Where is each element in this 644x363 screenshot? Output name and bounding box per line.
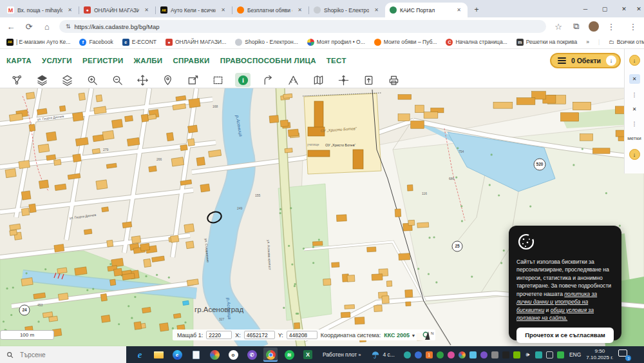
bookmarks-overflow-icon[interactable]: » xyxy=(586,39,589,45)
back-icon[interactable]: ← xyxy=(5,22,17,32)
bookmark-roof-grids[interactable]: mРешетки на покрива xyxy=(516,39,577,46)
tab-close-icon[interactable]: ✕ xyxy=(455,6,463,14)
tray-icon[interactable] xyxy=(480,351,488,358)
nav-karta[interactable]: КАРТА xyxy=(6,57,32,64)
bookmark-star-icon[interactable]: ☆ xyxy=(553,22,564,32)
strip-close-icon[interactable]: ✕ xyxy=(629,74,640,84)
cadastral-map[interactable]: р.Асеницар.Асеницагр.АсеновградОУ „Христ… xyxy=(0,88,644,346)
y-coordinate-input[interactable] xyxy=(287,331,317,339)
tray-icon[interactable]: 1 xyxy=(426,351,433,358)
coordinates-icon[interactable] xyxy=(336,73,351,87)
browser-menu-icon[interactable]: ⋮ xyxy=(605,22,617,32)
tray-icon[interactable] xyxy=(535,351,542,358)
nav-zhalbi[interactable]: ЖАЛБИ xyxy=(133,57,162,64)
cookie-accept-button[interactable]: Прочетох и се съгласявам xyxy=(516,328,614,343)
basemap-icon[interactable] xyxy=(34,73,50,87)
tray-icon[interactable] xyxy=(557,351,564,358)
export-icon[interactable] xyxy=(361,73,376,87)
window-minimize-button[interactable]: ─ xyxy=(576,0,595,17)
zoom-out-icon[interactable] xyxy=(109,73,125,87)
desktop-toolbar-label[interactable]: Работен плот » xyxy=(323,351,361,358)
strip-download-icon[interactable]: ↓ xyxy=(629,55,640,66)
tab-close-icon[interactable]: ✕ xyxy=(296,6,304,14)
tab-gmail[interactable]: M Вх. поща - mihaylov.r@gm ✕ xyxy=(3,3,79,17)
taskbar-clock[interactable]: 9:50 7.10.2025 г. xyxy=(586,348,613,361)
file-explorer-icon[interactable] xyxy=(151,348,166,362)
nav-pravosposobni-lica[interactable]: ПРАВОСПОСОБНИ ЛИЦА xyxy=(220,57,316,64)
chrome-icon[interactable] xyxy=(263,348,278,362)
strip-menu-icon[interactable]: ⋮ xyxy=(632,92,638,98)
volume-icon[interactable]: 🕪 xyxy=(524,351,531,358)
strip-menu-icon-2[interactable]: ⋮ xyxy=(632,121,638,127)
tray-icon[interactable] xyxy=(502,351,509,358)
tab-bazar[interactable]: Безплатни обяви от Baza ✕ xyxy=(232,3,308,17)
monitor-icon[interactable] xyxy=(546,351,553,358)
bookmark-online-shop[interactable]: ●ОНЛАЙН МАГАЗИ... xyxy=(166,39,226,46)
bookmark-profile[interactable]: Моят профил • О... xyxy=(307,39,365,46)
new-tab-button[interactable]: + xyxy=(470,3,483,16)
ie-icon[interactable]: e xyxy=(133,348,147,362)
download-arrow-icon[interactable]: ↓ xyxy=(606,55,616,66)
tray-icon[interactable] xyxy=(459,351,466,358)
spotify-icon[interactable]: ≋ xyxy=(282,348,296,362)
tray-icon[interactable] xyxy=(437,351,444,358)
scale-input[interactable] xyxy=(206,331,232,339)
tab-close-icon[interactable]: ✕ xyxy=(219,6,227,14)
search-input[interactable] xyxy=(19,351,102,359)
tray-icon[interactable] xyxy=(415,351,422,358)
panel-close-button[interactable]: ✕ xyxy=(634,0,644,17)
excel-icon[interactable]: X xyxy=(301,348,315,362)
nav-test[interactable]: ТЕСТ xyxy=(327,57,346,64)
tab-close-icon[interactable]: ✕ xyxy=(66,6,74,14)
edge-icon[interactable]: e xyxy=(170,348,184,362)
paint-icon[interactable] xyxy=(207,348,222,362)
previous-extent-icon[interactable] xyxy=(260,73,276,87)
tab-close-icon[interactable]: ✕ xyxy=(142,6,151,14)
taskbar-weather[interactable]: 4 с... xyxy=(371,351,394,359)
crs-dropdown[interactable]: ККС 2005 ▼ xyxy=(384,332,415,338)
print-icon[interactable] xyxy=(386,73,401,87)
select-features-icon[interactable] xyxy=(9,73,24,87)
bookmark-facebook[interactable]: fFacebook xyxy=(79,39,113,46)
notepad-icon[interactable] xyxy=(189,348,203,362)
pan-icon[interactable] xyxy=(135,73,150,87)
measure-icon[interactable] xyxy=(285,73,301,87)
objects-button[interactable]: 0 Обекти ↓ xyxy=(550,53,621,68)
tray-icon[interactable] xyxy=(448,351,455,358)
extensions-icon[interactable]: ⧉ xyxy=(571,21,582,32)
tab-online-shop[interactable]: ● ОНЛАЙН МАГАЗИН ЗА А ✕ xyxy=(79,3,155,17)
layers-icon[interactable] xyxy=(59,73,75,87)
tab-close-icon[interactable]: ✕ xyxy=(372,6,381,14)
address-bar[interactable]: ⇅ https://kais.cadastre.bg/bg/Map xyxy=(59,20,546,33)
bookmark-my-ads[interactable]: Моите обяви – Пуб... xyxy=(374,39,437,46)
window-maximize-button[interactable]: ▢ xyxy=(595,0,614,17)
strip-close-icon-2[interactable]: ✕ xyxy=(629,104,640,114)
zoom-in-icon[interactable] xyxy=(84,73,100,87)
language-indicator[interactable]: ENG xyxy=(569,351,581,358)
tray-icon[interactable] xyxy=(469,351,477,358)
nav-registri[interactable]: РЕГИСТРИ xyxy=(82,57,124,64)
notification-center[interactable]: 3 xyxy=(618,349,631,360)
tab-shopiko[interactable]: Shopiko - Електронен ма ✕ xyxy=(309,3,385,17)
all-bookmarks-button[interactable]: 🗀Всички отметки xyxy=(609,39,644,45)
strip-download-icon-2[interactable]: ↓ xyxy=(629,149,640,160)
bookmark-shopiko[interactable]: Shopiko - Електрон... xyxy=(235,39,298,46)
recorder-icon[interactable]: o xyxy=(226,348,240,362)
bookmark-auto-kelly[interactable]: AK| Е-магазин Ауто Ке... xyxy=(6,39,70,46)
tray-icon[interactable] xyxy=(491,351,498,358)
tray-icon[interactable] xyxy=(513,351,520,358)
identify-info-icon[interactable]: i xyxy=(235,73,251,87)
zoom-extent-icon[interactable] xyxy=(185,73,200,87)
tab-auto-kelly[interactable]: AK Ауто Кели - всичко за ав ✕ xyxy=(156,3,232,17)
select-rectangle-icon[interactable] xyxy=(210,73,225,87)
viber-icon[interactable]: ✆ xyxy=(245,348,259,362)
window-close-button[interactable]: ✕ xyxy=(614,0,634,17)
site-settings-icon[interactable]: ⇅ xyxy=(66,23,70,30)
tray-icon[interactable] xyxy=(404,351,411,358)
taskbar-search[interactable] xyxy=(0,346,126,363)
nav-spravki[interactable]: СПРАВКИ xyxy=(173,57,209,64)
tab-kais-portal[interactable]: КАИС Портал ✕ xyxy=(385,3,468,17)
reload-icon[interactable]: ⟳ xyxy=(23,22,35,32)
bookmark-homepage[interactable]: CНачална страница... xyxy=(446,39,507,46)
overview-map-icon[interactable] xyxy=(310,73,326,87)
